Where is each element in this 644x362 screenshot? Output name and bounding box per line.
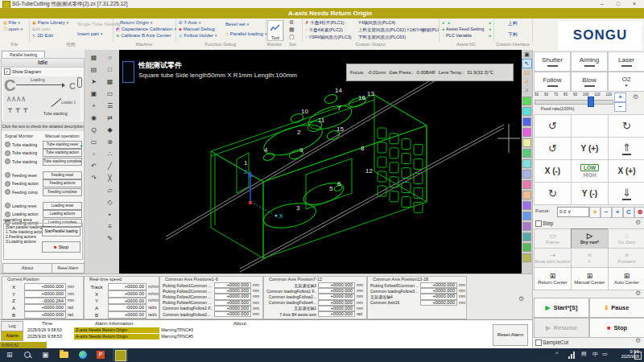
parts-library-button[interactable]: ▣Parts Library▾ (32, 20, 74, 25)
color-swatch[interactable] (522, 138, 531, 147)
tool-icon[interactable]: ▦ (107, 76, 114, 88)
color-swatch[interactable] (522, 191, 531, 200)
tool-icon[interactable]: ○ (108, 51, 112, 64)
browser-icon[interactable] (79, 351, 87, 359)
follow-holder-button[interactable]: ◎Follow Holder▾ (179, 33, 222, 38)
signal-label[interactable]: Tube stacking (12, 150, 43, 155)
start-parallel-loading-button[interactable]: StartParallel loading (42, 227, 80, 237)
color-swatch[interactable] (522, 201, 531, 210)
color-swatch[interactable] (522, 107, 531, 116)
open-button[interactable]: ❒open▾ (3, 27, 29, 31)
single-tube-nesting-button[interactable]: Single Tube Nesting (77, 22, 113, 27)
focus-plus-button[interactable]: + (612, 207, 623, 218)
tool-icon[interactable]: ╱ (108, 160, 112, 172)
log-alarm-cell[interactable]: A-axis Needs Return Origin (74, 334, 159, 339)
head-down-button[interactable]: ⇓ (608, 182, 644, 205)
resume-button[interactable]: ▶Resume (534, 318, 589, 338)
notification-center-icon[interactable] (634, 352, 642, 360)
tool-icon[interactable]: ▪ (109, 208, 111, 220)
shutter-button[interactable]: Shutter (534, 51, 571, 72)
signal-label[interactable]: Loading action (12, 212, 43, 216)
tables-gear-icon[interactable]: ⚙ (518, 295, 524, 302)
rotate-b-minus-button[interactable]: ↻ (534, 182, 572, 205)
y-minus-step-button[interactable]: «Y- (571, 248, 609, 268)
feed-slider-track[interactable] (535, 100, 613, 105)
show-diagram-checkbox[interactable] (4, 68, 10, 75)
parallel-loading-button[interactable]: ◇Parallel loading▾ (225, 31, 266, 36)
tab-alarm[interactable]: Alarm (1, 331, 23, 341)
capacitance-calibration-button[interactable]: ◩Capacitance Calibration▾ (116, 27, 175, 31)
manual-operation-button[interactable]: Feeding complete (43, 188, 82, 196)
color-swatch[interactable] (522, 232, 531, 241)
collapse-panel-icon[interactable]: ◂ (80, 142, 82, 148)
tool-icon[interactable]: ↶ (91, 160, 97, 172)
tool-icon[interactable]: ▫ (93, 148, 95, 160)
plc62-output[interactable]: 上料支架回原点(PLC62) (358, 27, 407, 33)
bevel-set-button[interactable]: Bevel set▾ (225, 22, 266, 27)
rotate-a-plus-button[interactable]: ↺ (534, 114, 572, 138)
manual-operation-button[interactable]: Feeding actions (43, 179, 82, 187)
active-app-icon[interactable] (113, 348, 128, 362)
load-button[interactable]: 上料 (493, 20, 532, 27)
network-icon[interactable] (568, 352, 575, 359)
feed-plus-button[interactable]: + (614, 93, 626, 102)
tool-icon[interactable]: ╳ (108, 172, 112, 184)
color-swatch[interactable] (522, 212, 531, 220)
signal-label[interactable]: Feeding action (12, 181, 43, 186)
tool-icon[interactable]: ✎ (107, 232, 113, 245)
head-up-button[interactable]: ⇑ (608, 137, 644, 160)
manual-debug-button[interactable]: ◆Manual Debug (179, 27, 222, 31)
minimize-button[interactable]: – (596, 0, 609, 8)
set-tool-icon[interactable]: ⚙ (289, 19, 295, 26)
focus-select[interactable]: 0.0 ∨ (557, 207, 589, 217)
2d-edit-button[interactable]: ✎2D Edit (32, 33, 74, 38)
tool-icon[interactable]: ▱ (107, 184, 112, 196)
signal-label[interactable]: Feeding reset (12, 173, 43, 178)
tool-icon[interactable]: ▦ (91, 51, 97, 64)
frame-button[interactable]: ▭Frame (534, 228, 572, 249)
tool-icon[interactable]: ⊕ (107, 136, 113, 148)
manual-operation-button[interactable]: Loading actions (43, 210, 82, 218)
manual-operation-button[interactable]: Tube stacking reset (43, 141, 82, 149)
auto-center-button[interactable]: ⊞Auto Center (608, 267, 644, 290)
unload-button[interactable]: 下料 (493, 31, 532, 39)
tool-icon[interactable]: + (92, 100, 96, 112)
tool-icon[interactable]: ⇄ (107, 112, 113, 124)
return-origin-button[interactable]: ⌂Return Origin▾ (116, 20, 175, 25)
stop-loading-button[interactable]: ■Stop (42, 241, 80, 253)
start-button-windows[interactable]: ⊞ (6, 351, 13, 359)
tool-icon[interactable]: □ (108, 64, 112, 76)
stop-button[interactable]: ■Stop (589, 318, 644, 338)
color-swatch[interactable] (522, 170, 531, 179)
feed-settings-gear-icon[interactable]: ⚙ (633, 93, 638, 101)
center-settings-gear-icon[interactable]: ⚙ (635, 290, 641, 297)
follow-button[interactable]: Follow (534, 72, 571, 92)
signal-label[interactable]: Tube stacking (12, 159, 43, 164)
close-button[interactable]: × (628, 0, 641, 8)
plc4-output[interactable]: Y4轴回原点(PLC4) (358, 20, 436, 26)
edit-part-button[interactable]: Edit part (32, 27, 74, 31)
color-swatch[interactable] (522, 97, 531, 105)
jog-x-minus-button[interactable]: X (-) (534, 159, 572, 183)
tray-expand-icon[interactable]: ^ (555, 351, 558, 356)
tool-icon[interactable]: Q (91, 124, 96, 136)
task-view-icon[interactable]: ▣ (42, 351, 49, 359)
manual-operation-button[interactable]: Tube stacking complete (43, 158, 82, 166)
tab-about[interactable]: About (2, 263, 52, 274)
select-tool-icon[interactable]: ↖ (522, 59, 532, 68)
reset-alarm-button-left[interactable]: Reset Alarm (52, 263, 85, 274)
plc3-output[interactable]: ○ Y3R4轴回原点(PLC3) (305, 35, 358, 40)
color-swatch[interactable] (522, 243, 531, 252)
focus-refresh-button[interactable]: C (623, 207, 634, 218)
display-tool-icon[interactable]: ▣ (524, 50, 530, 59)
search-icon[interactable] (24, 352, 31, 358)
keyboard-icon[interactable]: ▤ (581, 351, 587, 357)
plc63-output[interactable]: 下料支架回原点(PLC63) (358, 35, 436, 40)
laser-button[interactable]: Laser (608, 51, 644, 72)
o2-button[interactable]: O2▼ (608, 72, 644, 92)
color-swatch[interactable] (522, 117, 531, 126)
step-settings-gear-icon[interactable]: ⚙ (635, 219, 641, 226)
jog-x-plus-button[interactable]: X (+) (608, 159, 644, 183)
manual-operation-button[interactable]: Tube stacking action (43, 149, 82, 157)
file-menu[interactable]: ▤File▾ (3, 20, 29, 25)
